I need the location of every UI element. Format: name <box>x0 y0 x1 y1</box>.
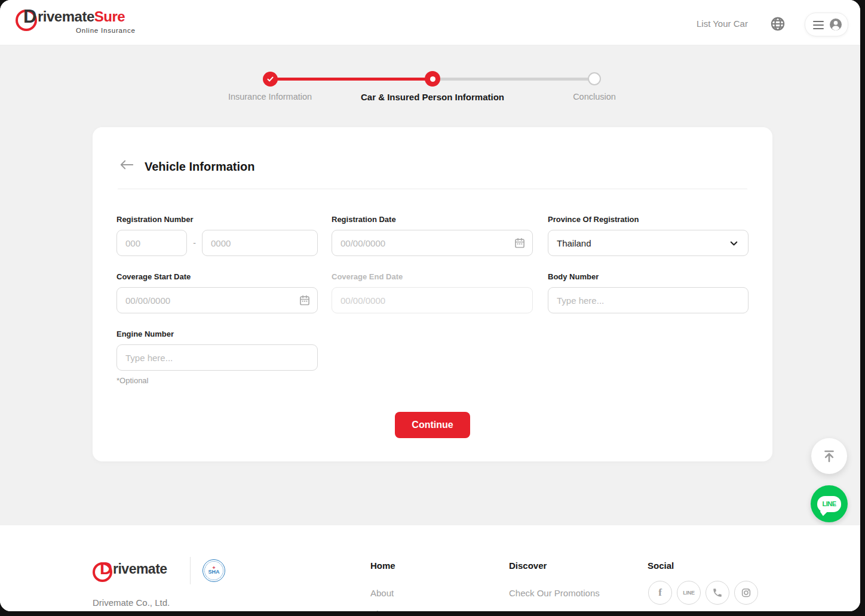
brand-name: rivemateSure <box>38 8 125 25</box>
vehicle-information-card: Vehicle Information Registration Number … <box>93 127 772 461</box>
line-chat-button[interactable]: LINE <box>811 485 848 522</box>
avatar-icon <box>829 17 843 32</box>
facebook-icon[interactable]: f <box>648 581 672 605</box>
arrow-up-to-line-icon <box>820 447 838 465</box>
registration-date-input[interactable] <box>332 230 533 256</box>
step-label-conclusion: Conclusion <box>487 92 702 101</box>
coverage-end-date-label: Coverage End Date <box>332 272 533 281</box>
top-bar: D rivemateSure Online Insurance List You… <box>0 0 860 45</box>
app-window: D rivemateSure Online Insurance List You… <box>0 0 860 611</box>
stepper-line-upcoming <box>432 78 594 81</box>
registration-number-label: Registration Number <box>116 215 318 224</box>
engine-number-label: Engine Number <box>116 329 318 338</box>
hamburger-icon <box>813 21 824 32</box>
registration-date-field: Registration Date <box>332 215 533 256</box>
divider <box>118 189 747 189</box>
coverage-end-date-input <box>332 287 533 313</box>
footer-brand-letter: D <box>100 559 112 578</box>
footer-column-social-title: Social <box>648 560 674 571</box>
footer-divider <box>190 557 191 584</box>
footer-column-discover-title: Discover <box>509 560 547 571</box>
chevron-down-icon <box>728 238 740 249</box>
province-label: Province Of Registration <box>548 215 749 224</box>
province-value: Thailand <box>557 238 591 248</box>
province-field: Province Of Registration Thailand <box>548 215 749 256</box>
coverage-start-date-input[interactable] <box>116 287 318 313</box>
footer-link-insurance[interactable]: Insurance <box>509 609 548 611</box>
registration-number-suffix-input[interactable] <box>202 230 318 256</box>
footer-link-blog[interactable]: Blog <box>370 609 388 611</box>
engine-number-input[interactable] <box>116 344 318 371</box>
brand-name-dark: rivemate <box>38 8 94 24</box>
page-title: Vehicle Information <box>145 160 254 174</box>
coverage-start-date-label: Coverage Start Date <box>116 272 318 281</box>
footer-link-check-our-promotions[interactable]: Check Our Promotions <box>509 588 600 598</box>
province-select[interactable]: Thailand <box>548 230 749 256</box>
engine-number-field: Engine Number *Optional <box>116 329 318 385</box>
back-arrow-button[interactable] <box>119 158 134 171</box>
sha-certification-badge: ✚ SHA <box>203 559 225 582</box>
line-label: LINE <box>822 500 836 507</box>
step-done-icon <box>263 72 278 87</box>
footer-column-home-title: Home <box>370 560 395 571</box>
coverage-end-date-field: Coverage End Date <box>332 272 533 313</box>
list-your-car-link[interactable]: List Your Car <box>697 19 748 29</box>
social-icons-row: f LINE <box>648 581 758 605</box>
registration-date-label: Registration Date <box>332 215 533 224</box>
footer-brand-name: rivemate <box>113 561 167 577</box>
body-number-field: Body Number <box>548 272 749 313</box>
language-globe-icon[interactable] <box>770 16 786 32</box>
registration-number-separator: - <box>187 238 202 248</box>
menu-account-button[interactable] <box>805 13 848 36</box>
registration-number-prefix-input[interactable] <box>116 230 187 256</box>
brand-name-red: Sure <box>94 8 125 24</box>
sha-badge-text: SHA <box>208 569 219 575</box>
body-number-input[interactable] <box>548 287 749 313</box>
continue-button[interactable]: Continue <box>395 412 470 438</box>
scroll-to-top-button[interactable] <box>811 438 847 474</box>
footer: D rivemate ✚ SHA Drivemate Co., Ltd. Hom… <box>0 525 860 611</box>
body-number-label: Body Number <box>548 272 749 281</box>
brand-tagline: Online Insurance <box>76 27 136 34</box>
company-name: Drivemate Co., Ltd. <box>93 597 170 608</box>
coverage-start-date-field: Coverage Start Date <box>116 272 318 313</box>
brand-logo[interactable]: D rivemateSure Online Insurance <box>16 7 171 38</box>
registration-number-field: Registration Number - <box>116 215 318 256</box>
line-social-icon[interactable]: LINE <box>677 581 701 605</box>
optional-note: *Optional <box>116 376 318 385</box>
instagram-icon[interactable] <box>734 581 758 605</box>
line-icon: LINE <box>817 496 841 512</box>
step-active-icon <box>425 71 440 87</box>
phone-icon[interactable] <box>706 581 729 605</box>
brand-letter: D <box>23 6 36 27</box>
step-upcoming-icon <box>588 72 601 85</box>
footer-link-about[interactable]: About <box>370 588 394 598</box>
stepper-line-completed <box>270 78 432 81</box>
